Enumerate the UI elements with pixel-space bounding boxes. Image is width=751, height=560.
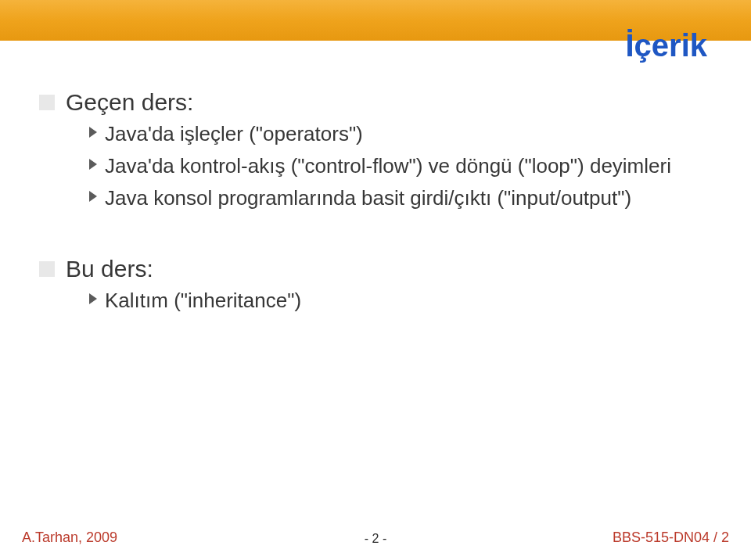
list-item-text: Java konsol programlarında basit girdi/ç… [105,185,631,212]
square-bullet-icon [39,261,55,277]
slide-content: Geçen ders: Java'da işleçler ("operators… [39,78,712,319]
list-item-text: Java'da kontrol-akış ("control-flow") ve… [105,153,671,180]
section-heading-text: Bu ders: [66,256,153,282]
slide-title: İçerik [625,28,707,63]
arrow-bullet-icon [89,159,97,170]
slide-footer: A.Tarhan, 2009 - 2 - BBS-515-DN04 / 2 [0,524,751,546]
footer-doc-id: BBS-515-DN04 / 2 [613,529,729,546]
footer-author: A.Tarhan, 2009 [22,529,117,546]
list-item-text: Kalıtım ("inheritance") [105,287,301,314]
list-item: Java'da kontrol-akış ("control-flow") ve… [89,153,712,180]
list-item-text: Java'da işleçler ("operators") [105,120,363,148]
section-heading-current: Bu ders: [39,256,712,282]
arrow-bullet-icon [89,127,97,138]
arrow-bullet-icon [89,293,97,304]
footer-page-number: - 2 - [365,532,386,546]
list-item: Java'da işleçler ("operators") [89,120,712,148]
arrow-bullet-icon [89,191,97,202]
list-item: Java konsol programlarında basit girdi/ç… [89,185,712,212]
section-heading-prev: Geçen ders: [39,89,712,116]
square-bullet-icon [39,95,55,110]
list-item: Kalıtım ("inheritance") [89,287,712,314]
slide: İçerik Geçen ders: Java'da işleçler ("op… [0,0,751,560]
section-heading-text: Geçen ders: [66,89,193,116]
